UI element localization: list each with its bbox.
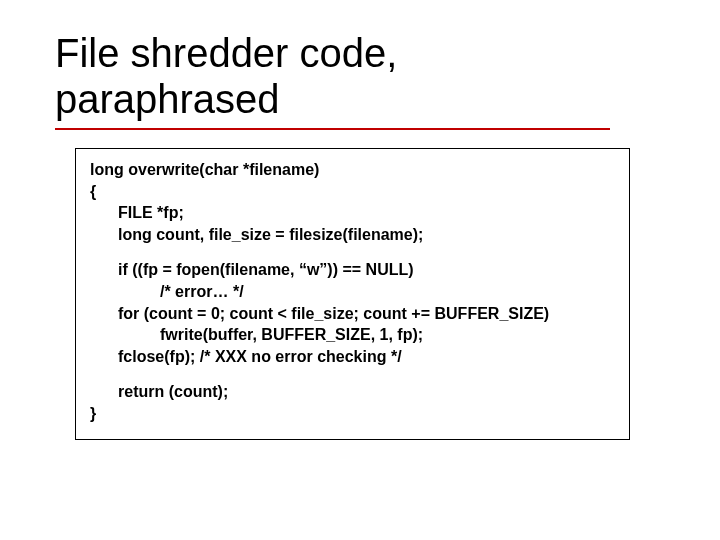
code-line: { xyxy=(90,181,615,203)
title-underline xyxy=(55,128,610,130)
code-line: } xyxy=(90,403,615,425)
slide: File shredder code, paraphrased long ove… xyxy=(0,0,720,470)
code-line: if ((fp = fopen(filename, “w”)) == NULL) xyxy=(90,259,615,281)
title-line-1: File shredder code, xyxy=(55,31,397,75)
code-line: fwrite(buffer, BUFFER_SIZE, 1, fp); xyxy=(90,324,615,346)
code-line: for (count = 0; count < file_size; count… xyxy=(90,303,615,325)
blank-line xyxy=(90,245,615,259)
slide-title: File shredder code, paraphrased xyxy=(55,30,670,122)
code-line: FILE *fp; xyxy=(90,202,615,224)
code-line: /* error… */ xyxy=(90,281,615,303)
code-line: return (count); xyxy=(90,381,615,403)
title-line-2: paraphrased xyxy=(55,77,280,121)
blank-line xyxy=(90,367,615,381)
code-line: long overwrite(char *filename) xyxy=(90,159,615,181)
code-line: long count, file_size = filesize(filenam… xyxy=(90,224,615,246)
code-box: long overwrite(char *filename) { FILE *f… xyxy=(75,148,630,440)
code-line: fclose(fp); /* XXX no error checking */ xyxy=(90,346,615,368)
